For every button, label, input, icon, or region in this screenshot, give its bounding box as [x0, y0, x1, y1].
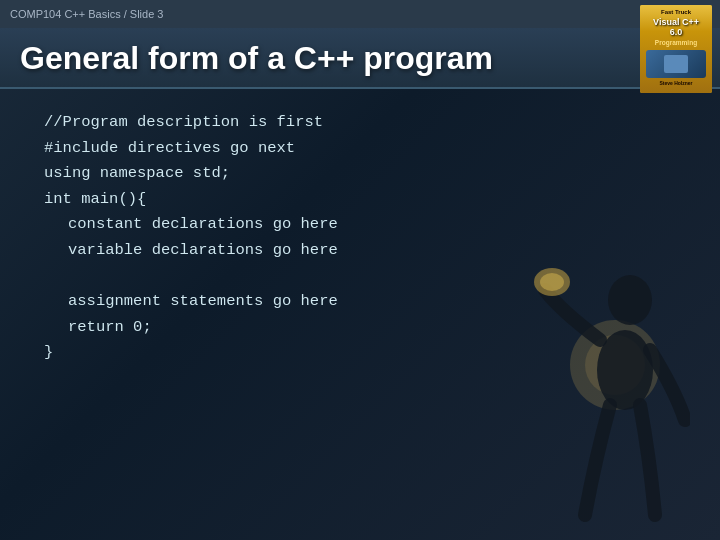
svg-point-0 [608, 275, 652, 325]
book-subtitle: Programming [655, 39, 697, 46]
code-line-1: //Program description is first [20, 110, 700, 136]
top-bar: COMP104 C++ Basics / Slide 3 [0, 0, 720, 28]
code-line-2: #include directives go next [20, 136, 700, 162]
slide-title: General form of a C++ program [20, 40, 700, 77]
slide-container: COMP104 C++ Basics / Slide 3 Fast Truck … [0, 0, 720, 540]
book-title: Visual C++ 6.0 [653, 18, 699, 38]
book-cover: Fast Truck Visual C++ 6.0 Programming St… [640, 5, 712, 93]
code-line-3: using namespace std; [20, 161, 700, 187]
course-label: COMP104 C++ Basics / Slide 3 [10, 8, 163, 20]
svg-point-3 [540, 273, 564, 291]
slide-title-area: General form of a C++ program [0, 28, 720, 89]
figure-silhouette [530, 260, 690, 520]
code-line-4: int main(){ [20, 187, 700, 213]
code-line-5: constant declarations go here [20, 212, 700, 238]
book-cover-inner: Fast Truck Visual C++ 6.0 Programming St… [640, 5, 712, 93]
book-top-label: Fast Truck [661, 9, 691, 16]
